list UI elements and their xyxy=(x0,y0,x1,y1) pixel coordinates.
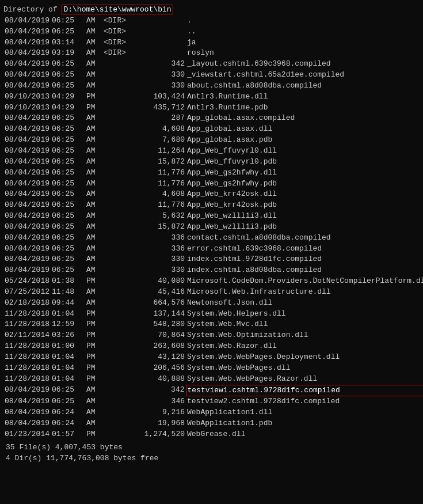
file-type xyxy=(102,81,134,92)
file-ampm: AM xyxy=(85,70,102,81)
file-date: 08/04/2019 xyxy=(3,48,51,59)
table-row: 08/04/201906:25AM330index.cshtml.a8d08db… xyxy=(3,265,423,276)
file-type xyxy=(102,59,134,70)
file-size: 15,872 xyxy=(134,157,186,168)
table-row: 08/04/201906:25AM11,264App_Web_ffuvyrl0.… xyxy=(3,146,423,157)
file-ampm: PM xyxy=(85,276,102,287)
file-ampm: AM xyxy=(85,37,102,48)
file-date: 09/10/2013 xyxy=(3,92,51,103)
file-size: 4,608 xyxy=(134,124,186,135)
file-time: 01:38 xyxy=(51,276,85,287)
file-size: 336 xyxy=(134,244,186,255)
table-row: 11/28/201801:00PM263,608System.Web.Razor… xyxy=(3,341,423,352)
file-size: 9,216 xyxy=(134,407,186,418)
file-name: Microsoft.CodeDom.Providers.DotNetCompil… xyxy=(186,276,423,287)
file-time: 06:25 xyxy=(51,254,85,265)
file-date: 08/04/2019 xyxy=(3,113,51,124)
file-ampm: PM xyxy=(85,341,102,352)
file-date: 02/11/2014 xyxy=(3,330,51,341)
table-row: 08/04/201906:25AM11,776App_Web_gs2hfwhy.… xyxy=(3,168,423,179)
file-name: Newtonsoft.Json.dll xyxy=(186,298,423,309)
file-size: 70,864 xyxy=(134,330,186,341)
file-date: 08/04/2019 xyxy=(3,222,51,233)
file-time: 01:00 xyxy=(51,341,85,352)
file-time: 01:57 xyxy=(51,429,85,440)
file-size: 336 xyxy=(134,233,186,244)
file-size: 103,424 xyxy=(134,92,186,103)
file-name: error.cshtml.639c3968.compiled xyxy=(186,244,423,255)
file-ampm: AM xyxy=(85,168,102,179)
file-size: 330 xyxy=(134,265,186,276)
file-size: 19,968 xyxy=(134,418,186,429)
dirs-summary-line: 4 Dir(s) 11,774,763,008 bytes free xyxy=(6,453,420,464)
file-date: 02/18/2018 xyxy=(3,298,51,309)
file-size: 7,680 xyxy=(134,135,186,146)
file-name: System.Web.Razor.dll xyxy=(186,341,423,352)
file-size: 330 xyxy=(134,70,186,81)
file-ampm: AM xyxy=(85,200,102,211)
file-ampm: AM xyxy=(85,146,102,157)
file-time: 06:24 xyxy=(51,407,85,418)
file-name: System.Web.Optimization.dll xyxy=(186,330,423,341)
file-type xyxy=(102,374,134,385)
file-date: 08/04/2019 xyxy=(3,189,51,200)
file-name: App_Web_ffuvyrl0.dll xyxy=(186,146,423,157)
table-row: 08/04/201903:14AM<DIR>ja xyxy=(3,37,423,48)
file-ampm: AM xyxy=(85,254,102,265)
file-ampm: PM xyxy=(85,309,102,320)
file-size: 40,888 xyxy=(134,374,186,385)
file-size: 11,264 xyxy=(134,146,186,157)
file-date: 08/04/2019 xyxy=(3,407,51,418)
table-row: 05/24/201801:38PM40,080Microsoft.CodeDom… xyxy=(3,276,423,287)
file-date: 08/04/2019 xyxy=(3,418,51,429)
file-ampm: AM xyxy=(85,81,102,92)
file-ampm: AM xyxy=(85,135,102,146)
file-time: 06:25 xyxy=(51,135,85,146)
file-name: System.Web.Helpers.dll xyxy=(186,309,423,320)
file-type xyxy=(102,233,134,244)
table-row: 01/23/201401:57PM1,274,520WebGrease.dll xyxy=(3,429,423,440)
file-time: 06:25 xyxy=(51,168,85,179)
file-name: index.cshtml.a8d08dba.compiled xyxy=(186,265,423,276)
file-size: 206,456 xyxy=(134,363,186,374)
file-ampm: AM xyxy=(85,385,102,396)
file-time: 11:48 xyxy=(51,287,85,298)
file-size xyxy=(134,16,186,26)
file-time: 06:25 xyxy=(51,233,85,244)
file-name: index.cshtml.9728d1fc.compiled xyxy=(186,254,423,265)
file-time: 06:25 xyxy=(51,146,85,157)
file-type xyxy=(102,189,134,200)
file-date: 08/04/2019 xyxy=(3,37,51,48)
file-time: 06:25 xyxy=(51,113,85,124)
file-name: .. xyxy=(186,26,423,37)
file-time: 06:25 xyxy=(51,81,85,92)
file-type xyxy=(102,341,134,352)
file-type xyxy=(102,363,134,374)
file-date: 11/28/2018 xyxy=(3,341,51,352)
file-type xyxy=(102,385,134,396)
file-size: 330 xyxy=(134,254,186,265)
file-ampm: PM xyxy=(85,92,102,103)
file-type xyxy=(102,244,134,255)
file-time: 06:25 xyxy=(51,222,85,233)
file-ampm: AM xyxy=(85,26,102,37)
file-ampm: PM xyxy=(85,330,102,341)
file-size: 664,576 xyxy=(134,298,186,309)
file-ampm: AM xyxy=(85,48,102,59)
file-type xyxy=(102,276,134,287)
header-path: D:\home\site\wwwroot\bin xyxy=(62,5,173,14)
file-name: _viewstart.cshtml.65a2d1ee.compiled xyxy=(186,70,423,81)
file-name: System.Web.Mvc.dll xyxy=(186,319,423,330)
file-type xyxy=(102,418,134,429)
file-date: 09/10/2013 xyxy=(3,103,51,113)
table-row: 09/10/201304:29PM435,712Antlr3.Runtime.p… xyxy=(3,103,423,113)
file-type xyxy=(102,168,134,179)
file-size: 263,608 xyxy=(134,341,186,352)
file-size: 435,712 xyxy=(134,103,186,113)
file-size: 342 xyxy=(134,385,186,396)
file-time: 04:29 xyxy=(51,103,85,113)
file-name: WebApplication1.dll xyxy=(186,407,423,418)
file-time: 06:25 xyxy=(51,396,85,407)
table-row: 08/04/201906:25AM11,776App_Web_krr42osk.… xyxy=(3,200,423,211)
table-row: 08/04/201906:25AM346testview2.cshtml.972… xyxy=(3,396,423,407)
